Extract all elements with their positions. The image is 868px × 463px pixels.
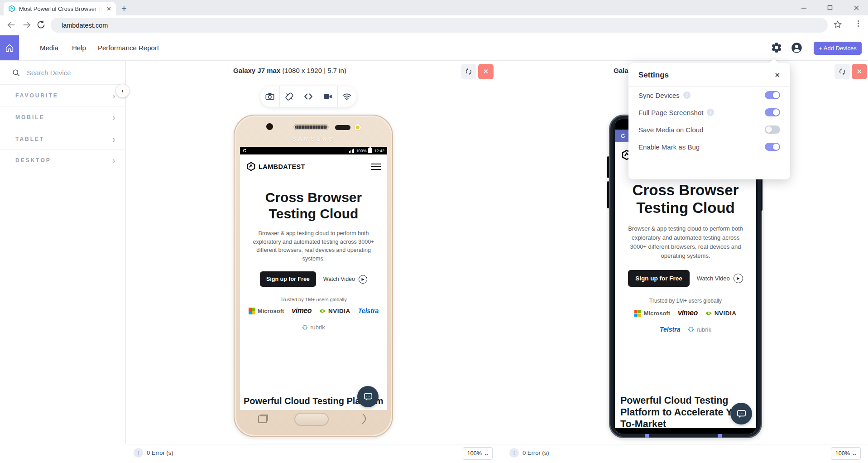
screenshot-camera-icon[interactable]	[260, 86, 279, 107]
refresh-icon	[838, 68, 846, 76]
watch-video-link[interactable]: Watch Video ▶	[323, 275, 367, 284]
selection-handle[interactable]	[645, 434, 649, 438]
site-cta-row: Sign up for Free Watch Video ▶	[615, 270, 756, 287]
nvidia-logo: NVIDIA	[705, 310, 737, 317]
site-logo-text: LAMBDATEST	[259, 163, 305, 170]
device2-status-bar-bottom: ! 0 Error (s) 100%⌄	[502, 444, 868, 463]
chat-widget-button[interactable]	[357, 386, 379, 407]
device2-zoom-select[interactable]: 100%⌄	[831, 447, 861, 460]
account-icon[interactable]	[791, 42, 804, 55]
code-view-icon[interactable]	[299, 86, 318, 107]
device2-close-button[interactable]: ✕	[852, 64, 867, 79]
back-icon[interactable]	[6, 20, 16, 30]
play-icon: ▶	[359, 275, 367, 284]
device1-close-button[interactable]: ✕	[478, 64, 494, 79]
settings-row-sync-devices: Sync Devices i	[628, 87, 790, 104]
chat-icon	[736, 409, 747, 419]
vimeo-logo: vimeo	[292, 307, 312, 315]
phone2-bottom-bar	[615, 428, 756, 434]
sync-devices-toggle[interactable]	[765, 91, 780, 99]
video-record-icon[interactable]	[318, 86, 337, 107]
site-description: Browser & app testing cloud to perform b…	[252, 229, 375, 263]
lambdatest-favicon	[8, 5, 15, 12]
window-maximize-icon[interactable]	[824, 4, 836, 12]
url-input[interactable]: lambdatest.com	[51, 18, 828, 33]
nvidia-icon	[319, 309, 326, 313]
phone1-flash	[354, 124, 361, 131]
device2-error-count: 0 Error (s)	[523, 449, 549, 456]
device-search[interactable]: Search Device	[0, 61, 126, 84]
device1-status-bar-bottom: ! 0 Error (s) 100%⌄	[126, 444, 502, 463]
window-minimize-icon[interactable]	[798, 4, 810, 12]
phone2-volume-button	[607, 156, 609, 178]
trusted-text: Trusted by 1M+ users globally	[240, 297, 387, 302]
lambdatest-logo-icon	[246, 162, 256, 171]
sidebar-item-tablet[interactable]: TABLET›	[0, 128, 126, 150]
hamburger-menu-icon[interactable]	[371, 164, 381, 170]
info-icon[interactable]: i	[683, 92, 691, 99]
search-icon	[12, 68, 20, 77]
nvidia-icon	[705, 311, 712, 316]
brand-logos-row: Microsoft vimeo NVIDIA	[615, 309, 756, 317]
nvidia-logo: NVIDIA	[319, 308, 350, 314]
signal-icon	[349, 149, 354, 153]
error-info-icon: !	[509, 448, 519, 458]
settings-row-full-page-screenshot: Full Page Screenshot i	[628, 104, 790, 121]
phone2-power-button	[607, 181, 609, 208]
phone1-sensor	[335, 125, 350, 130]
battery-icon	[368, 148, 372, 153]
browser-menu-icon[interactable]	[858, 19, 859, 28]
device2-refresh-button[interactable]	[834, 64, 850, 79]
error-info-icon: !	[134, 448, 143, 458]
browser-tab[interactable]: Most Powerful Cross Browser Tes ✕	[4, 2, 116, 15]
settings-row-mark-as-bug: Enable Mark as Bug	[628, 138, 790, 155]
menu-item-media[interactable]: Media	[40, 35, 58, 60]
selection-handle[interactable]	[718, 434, 722, 438]
microsoft-icon	[249, 308, 255, 314]
sidebar-item-favourite[interactable]: FAVOURITE›	[0, 84, 126, 106]
device1-zoom-select[interactable]: 100%⌄	[463, 447, 493, 460]
chevron-right-icon: ›	[113, 134, 115, 144]
sidebar-item-desktop[interactable]: DESKTOP›	[0, 150, 126, 171]
refresh-icon	[465, 68, 473, 76]
full-page-screenshot-toggle[interactable]	[765, 108, 780, 116]
settings-popover: Settings ✕ Sync Devices i Full Page Scre…	[628, 63, 790, 179]
reload-icon[interactable]	[36, 20, 46, 29]
sidebar-collapse-button[interactable]: ‹	[116, 84, 129, 97]
signup-button[interactable]: Sign up for Free	[628, 270, 690, 287]
device1-toolbar	[260, 86, 356, 107]
site-headline: Cross Browser Testing Cloud	[615, 181, 756, 217]
device1-screen[interactable]: 100% 12:42 LAMBDATEST Cross Browser Test…	[240, 147, 387, 410]
device1-refresh-button[interactable]	[461, 64, 476, 79]
watch-video-link[interactable]: Watch Video ▶	[697, 274, 743, 283]
menu-item-performance-report[interactable]: Performance Report	[98, 35, 159, 60]
phone1-brand-label: SAMSUNG	[240, 135, 387, 142]
menu-item-help[interactable]: Help	[72, 35, 86, 60]
bookmark-star-icon[interactable]	[833, 20, 842, 29]
signup-button[interactable]: Sign up for Free	[260, 271, 316, 287]
lambdatest-realtime-testing-app: Most Powerful Cross Browser Tes ✕ + lamb…	[0, 0, 868, 463]
phone1-speaker	[293, 124, 329, 130]
add-devices-button[interactable]: + Add Devices	[814, 42, 862, 55]
chat-widget-button[interactable]	[730, 403, 752, 424]
sidebar-item-mobile[interactable]: MOBILE›	[0, 106, 126, 128]
wifi-icon[interactable]	[337, 86, 356, 107]
browser-tab-strip	[0, 0, 868, 15]
microsoft-logo: Microsoft	[634, 310, 670, 317]
forward-icon[interactable]	[22, 20, 32, 30]
rotate-device-icon[interactable]	[279, 86, 298, 107]
phone1-home-button	[294, 413, 329, 426]
settings-title: Settings	[638, 71, 669, 80]
info-icon[interactable]: i	[707, 109, 714, 116]
tab-close-icon[interactable]: ✕	[106, 5, 111, 12]
window-close-icon[interactable]	[850, 4, 862, 12]
new-tab-button[interactable]: +	[121, 4, 127, 13]
chevron-right-icon: ›	[113, 112, 115, 122]
telstra-logo: Telstra	[358, 307, 379, 314]
settings-gear-icon[interactable]	[771, 42, 784, 55]
status-time: 12:42	[374, 149, 384, 153]
enable-mark-as-bug-toggle[interactable]	[765, 143, 780, 151]
home-button[interactable]	[0, 35, 19, 60]
save-media-on-cloud-toggle[interactable]	[765, 125, 780, 134]
settings-close-icon[interactable]: ✕	[774, 71, 780, 79]
